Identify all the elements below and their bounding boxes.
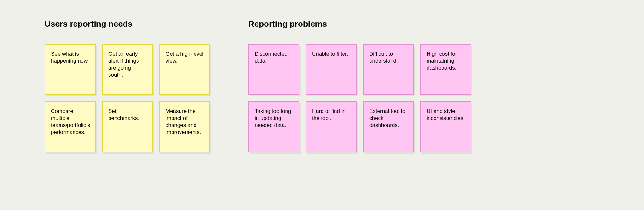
sticky-note-text: UI and style inconsistencies. bbox=[427, 108, 465, 121]
sticky-note[interactable]: Get an early alert if things are going s… bbox=[102, 44, 153, 95]
sticky-note[interactable]: Taking too long in updating needed data. bbox=[248, 102, 299, 152]
sticky-note[interactable]: UI and style inconsistencies. bbox=[420, 102, 471, 152]
sticky-note[interactable]: Unable to filter. bbox=[306, 44, 357, 95]
sticky-note-text: See what is happening now. bbox=[51, 51, 89, 64]
sticky-note-text: Measure the impact of changes and improv… bbox=[166, 108, 201, 135]
card-grid: Disconnected data. Unable to filter. Dif… bbox=[248, 44, 471, 152]
sticky-note[interactable]: Set benchmarks. bbox=[102, 102, 153, 152]
column-title: Users reporting needs bbox=[45, 19, 210, 29]
sticky-note[interactable]: Difficult to understand. bbox=[363, 44, 414, 95]
sticky-note-text: Disconnected data. bbox=[255, 51, 287, 64]
sticky-note[interactable]: Measure the impact of changes and improv… bbox=[159, 102, 210, 152]
sticky-note[interactable]: High cost for maintaining dashboards. bbox=[420, 44, 471, 95]
sticky-note-text: Compare multiple teams/portfolio's perfo… bbox=[51, 108, 90, 135]
sticky-note[interactable]: Get a high-level view. bbox=[159, 44, 210, 95]
column-users-reporting-needs: Users reporting needs See what is happen… bbox=[45, 19, 210, 152]
sticky-note-text: Unable to filter. bbox=[312, 51, 348, 57]
sticky-note[interactable]: Compare multiple teams/portfolio's perfo… bbox=[45, 102, 96, 152]
sticky-note[interactable]: See what is happening now. bbox=[45, 44, 96, 95]
sticky-note-text: Set benchmarks. bbox=[108, 108, 139, 121]
sticky-note-text: Hard to find in the tool. bbox=[312, 108, 346, 121]
sticky-note-text: Get a high-level view. bbox=[166, 51, 203, 64]
column-title: Reporting problems bbox=[248, 19, 471, 29]
sticky-note-text: Get an early alert if things are going s… bbox=[108, 51, 139, 78]
sticky-note-text: High cost for maintaining dashboards. bbox=[427, 51, 457, 71]
sticky-note-board: Users reporting needs See what is happen… bbox=[45, 19, 599, 152]
sticky-note-text: External tool to check dashboards. bbox=[369, 108, 405, 128]
sticky-note[interactable]: Disconnected data. bbox=[248, 44, 299, 95]
card-grid: See what is happening now. Get an early … bbox=[45, 44, 210, 152]
column-reporting-problems: Reporting problems Disconnected data. Un… bbox=[248, 19, 471, 152]
sticky-note[interactable]: Hard to find in the tool. bbox=[306, 102, 357, 152]
sticky-note-text: Taking too long in updating needed data. bbox=[255, 108, 291, 128]
sticky-note[interactable]: External tool to check dashboards. bbox=[363, 102, 414, 152]
sticky-note-text: Difficult to understand. bbox=[369, 51, 398, 64]
